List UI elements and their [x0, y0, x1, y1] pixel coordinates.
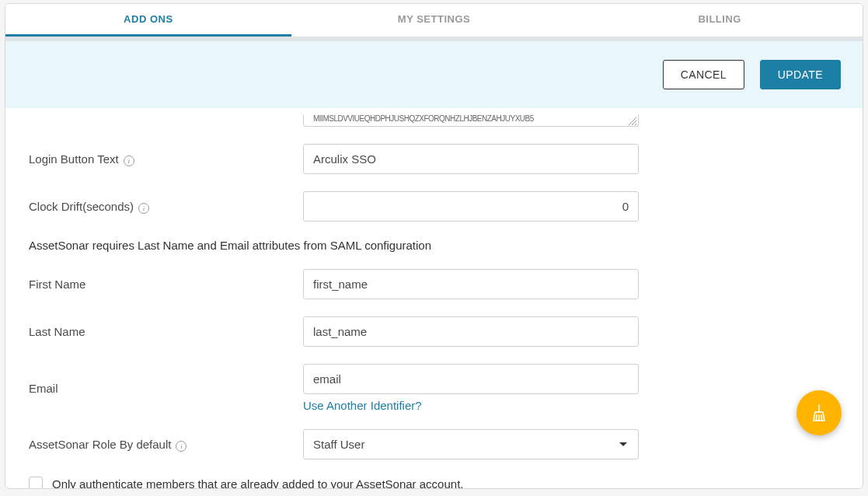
- tab-billing[interactable]: BILLING: [577, 4, 863, 37]
- broom-icon: [810, 403, 828, 422]
- role-label: AssetSonar Role By default i: [29, 438, 303, 451]
- first-name-input[interactable]: [303, 269, 639, 299]
- use-another-identifier-link[interactable]: Use Another Identifier?: [303, 399, 639, 412]
- only-members-label: Only authenticate members that are alrea…: [52, 477, 463, 489]
- label-text: Clock Drift(seconds): [29, 200, 134, 213]
- cert-textarea-bottom[interactable]: MIIMSLDVVIUEQHDPHJUSHQZXFORQNHZLHJBENZAH…: [303, 114, 639, 127]
- label-text: Email: [29, 382, 58, 395]
- only-members-checkbox[interactable]: [29, 477, 43, 488]
- clock-drift-row: Clock Drift(seconds) i: [29, 191, 839, 222]
- last-name-input[interactable]: [303, 316, 639, 347]
- role-row: AssetSonar Role By default i Staff User: [29, 429, 839, 459]
- cert-row: MIIMSLDVVIUEQHDPHJUSHQZXFORQNHZLHJBENZAH…: [29, 114, 839, 127]
- email-row: Email Use Another Identifier?: [29, 364, 839, 412]
- email-input[interactable]: [303, 364, 639, 394]
- cert-partial-text: MIIMSLDVVIUEQHDPHJUSHQZXFORQNHZLHJBENZAH…: [313, 114, 534, 123]
- first-name-row: First Name: [29, 269, 839, 299]
- role-select[interactable]: Staff User: [303, 429, 639, 459]
- label-text: Last Name: [29, 325, 85, 338]
- form-content: MIIMSLDVVIUEQHDPHJUSHQZXFORQNHZLHJBENZAH…: [5, 108, 863, 488]
- svg-line-1: [816, 415, 817, 421]
- first-name-label: First Name: [29, 278, 303, 291]
- clock-drift-input[interactable]: [303, 191, 639, 222]
- update-button[interactable]: UPDATE: [760, 60, 841, 89]
- settings-frame: ADD ONS MY SETTINGS BILLING CANCEL UPDAT…: [5, 3, 863, 489]
- cancel-button[interactable]: CANCEL: [663, 60, 744, 89]
- action-bar: CANCEL UPDATE: [5, 41, 863, 108]
- resize-handle-icon: [629, 117, 636, 125]
- login-button-text-row: Login Button Text i: [29, 144, 839, 174]
- only-members-row: Only authenticate members that are alrea…: [29, 477, 839, 488]
- login-button-text-input[interactable]: [303, 144, 639, 174]
- top-tabs: ADD ONS MY SETTINGS BILLING: [5, 4, 863, 37]
- label-text: AssetSonar Role By default: [29, 438, 171, 451]
- last-name-row: Last Name: [29, 316, 839, 347]
- last-name-label: Last Name: [29, 325, 303, 338]
- info-icon[interactable]: i: [124, 155, 134, 166]
- email-label: Email: [29, 382, 303, 395]
- info-icon[interactable]: i: [138, 203, 149, 214]
- svg-line-3: [821, 415, 822, 421]
- label-text: First Name: [29, 278, 85, 291]
- tab-my-settings[interactable]: MY SETTINGS: [291, 4, 577, 37]
- broom-fab-button[interactable]: [797, 390, 842, 435]
- saml-attr-note: AssetSonar requires Last Name and Email …: [29, 239, 839, 252]
- tab-add-ons[interactable]: ADD ONS: [5, 4, 291, 37]
- label-text: Login Button Text: [29, 152, 119, 166]
- login-button-text-label: Login Button Text i: [29, 152, 303, 166]
- info-icon[interactable]: i: [176, 441, 186, 452]
- clock-drift-label: Clock Drift(seconds) i: [29, 200, 303, 213]
